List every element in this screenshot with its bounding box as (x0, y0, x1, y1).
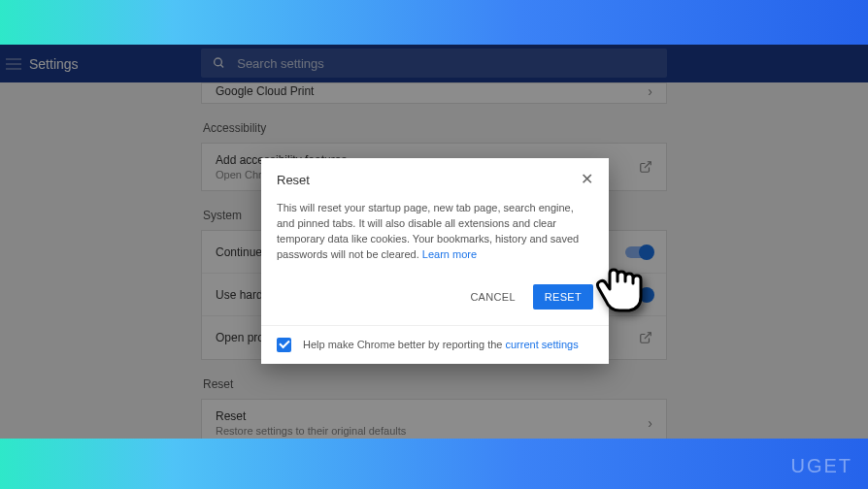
footer-text: Help make Chrome better by reporting the… (303, 339, 579, 350)
dialog-body: This will reset your startup page, new t… (261, 197, 609, 277)
cancel-button[interactable]: CANCEL (462, 284, 522, 310)
reset-dialog: Reset ✕ This will reset your startup pag… (261, 158, 609, 364)
dialog-title: Reset (277, 173, 310, 187)
report-checkbox[interactable] (277, 338, 291, 352)
learn-more-link[interactable]: Learn more (422, 248, 477, 260)
watermark: UGET (790, 455, 852, 477)
current-settings-link[interactable]: current settings (506, 339, 579, 350)
reset-button[interactable]: RESET (533, 284, 593, 310)
close-icon[interactable]: ✕ (581, 172, 593, 187)
